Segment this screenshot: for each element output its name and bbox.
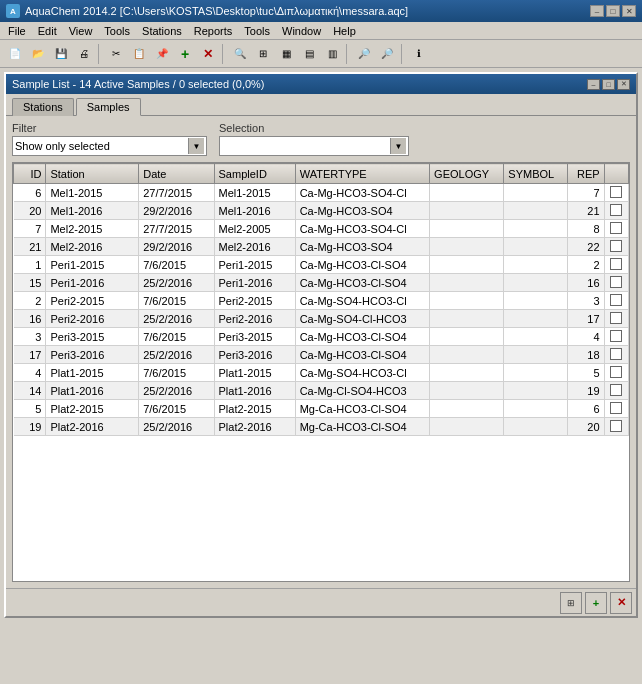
cell-rep: 16 bbox=[567, 274, 604, 292]
table-row[interactable]: 14Plat1-201625/2/2016Plat1-2016Ca-Mg-Cl-… bbox=[14, 382, 629, 400]
close-window-button[interactable]: ✕ bbox=[610, 592, 632, 614]
table-row[interactable]: 15Peri1-201625/2/2016Peri1-2016Ca-Mg-HCO… bbox=[14, 274, 629, 292]
cut-button[interactable]: ✂ bbox=[105, 43, 127, 65]
title-bar-text: AquaChem 2014.2 [C:\Users\KOSTAS\Desktop… bbox=[25, 5, 590, 17]
close-button[interactable]: ✕ bbox=[622, 5, 636, 17]
cell-id: 19 bbox=[14, 418, 46, 436]
table-row[interactable]: 1Peri1-20157/6/2015Peri1-2015Ca-Mg-HCO3-… bbox=[14, 256, 629, 274]
filter-dropdown[interactable]: Show only selected ▼ bbox=[12, 136, 207, 156]
title-bar-controls: – □ ✕ bbox=[590, 5, 636, 17]
add-record-button[interactable]: + bbox=[585, 592, 607, 614]
table-row[interactable]: 2Peri2-20157/6/2015Peri2-2015Ca-Mg-SO4-H… bbox=[14, 292, 629, 310]
cell-id: 17 bbox=[14, 346, 46, 364]
copy-button[interactable]: 📋 bbox=[128, 43, 150, 65]
table-row[interactable]: 7Mel2-201527/7/2015Mel2-2005Ca-Mg-HCO3-S… bbox=[14, 220, 629, 238]
find-btn[interactable]: 🔎 bbox=[353, 43, 375, 65]
new-button[interactable]: 📄 bbox=[4, 43, 26, 65]
col-header-sampleid: SampleID bbox=[214, 164, 295, 184]
selection-arrow[interactable]: ▼ bbox=[390, 138, 406, 154]
data-table: ID Station Date SampleID WATERTYPE GEOLO… bbox=[13, 163, 629, 436]
tab-samples[interactable]: Samples bbox=[76, 98, 141, 116]
table-row[interactable]: 20Mel1-201629/2/2016Mel1-2016Ca-Mg-HCO3-… bbox=[14, 202, 629, 220]
row-checkbox[interactable] bbox=[604, 256, 628, 274]
table-btn4[interactable]: ▥ bbox=[321, 43, 343, 65]
table-row[interactable]: 17Peri3-201625/2/2016Peri3-2016Ca-Mg-HCO… bbox=[14, 346, 629, 364]
row-checkbox[interactable] bbox=[604, 400, 628, 418]
selection-group: Selection ▼ bbox=[219, 122, 409, 156]
cell-id: 21 bbox=[14, 238, 46, 256]
cell-station: Plat1-2016 bbox=[46, 382, 139, 400]
menu-stations[interactable]: Stations bbox=[136, 22, 188, 39]
delete-button[interactable]: ✕ bbox=[197, 43, 219, 65]
row-checkbox[interactable] bbox=[604, 238, 628, 256]
paste-button[interactable]: 📌 bbox=[151, 43, 173, 65]
row-checkbox[interactable] bbox=[604, 382, 628, 400]
filter-group: Filter Show only selected ▼ bbox=[12, 122, 207, 156]
table-row[interactable]: 5Plat2-20157/6/2015Plat2-2015Mg-Ca-HCO3-… bbox=[14, 400, 629, 418]
menu-reports[interactable]: Reports bbox=[188, 22, 239, 39]
row-checkbox[interactable] bbox=[604, 310, 628, 328]
print-button[interactable]: 🖨 bbox=[73, 43, 95, 65]
row-checkbox[interactable] bbox=[604, 184, 628, 202]
cell-rep: 17 bbox=[567, 310, 604, 328]
table-row[interactable]: 6Mel1-201527/7/2015Mel1-2015Ca-Mg-HCO3-S… bbox=[14, 184, 629, 202]
row-checkbox[interactable] bbox=[604, 418, 628, 436]
cell-id: 15 bbox=[14, 274, 46, 292]
cell-watertype: Ca-Mg-SO4-Cl-HCO3 bbox=[295, 310, 429, 328]
save-button[interactable]: 💾 bbox=[50, 43, 72, 65]
cell-id: 16 bbox=[14, 310, 46, 328]
row-checkbox[interactable] bbox=[604, 364, 628, 382]
cell-symbol bbox=[504, 418, 568, 436]
table-row[interactable]: 3Peri3-20157/6/2015Peri3-2015Ca-Mg-HCO3-… bbox=[14, 328, 629, 346]
cell-geology bbox=[430, 400, 504, 418]
open-button[interactable]: 📂 bbox=[27, 43, 49, 65]
cell-station: Peri3-2015 bbox=[46, 328, 139, 346]
cell-id: 1 bbox=[14, 256, 46, 274]
table-btn3[interactable]: ▤ bbox=[298, 43, 320, 65]
minimize-button[interactable]: – bbox=[590, 5, 604, 17]
cell-sampleid: Peri1-2016 bbox=[214, 274, 295, 292]
filter-arrow[interactable]: ▼ bbox=[188, 138, 204, 154]
row-checkbox[interactable] bbox=[604, 220, 628, 238]
cell-date: 7/6/2015 bbox=[139, 328, 214, 346]
table-row[interactable]: 21Mel2-201629/2/2016Mel2-2016Ca-Mg-HCO3-… bbox=[14, 238, 629, 256]
row-checkbox[interactable] bbox=[604, 328, 628, 346]
maximize-button[interactable]: □ bbox=[606, 5, 620, 17]
row-checkbox[interactable] bbox=[604, 346, 628, 364]
cell-station: Mel2-2016 bbox=[46, 238, 139, 256]
cell-geology bbox=[430, 328, 504, 346]
menu-view[interactable]: View bbox=[63, 22, 99, 39]
menu-file[interactable]: File bbox=[2, 22, 32, 39]
menu-tools2[interactable]: Tools bbox=[238, 22, 276, 39]
menu-tools[interactable]: Tools bbox=[98, 22, 136, 39]
info-btn[interactable]: ℹ bbox=[408, 43, 430, 65]
cell-watertype: Ca-Mg-HCO3-Cl-SO4 bbox=[295, 346, 429, 364]
cell-date: 25/2/2016 bbox=[139, 382, 214, 400]
grid-view-button[interactable]: ⊞ bbox=[560, 592, 582, 614]
row-checkbox[interactable] bbox=[604, 292, 628, 310]
table-btn[interactable]: ⊞ bbox=[252, 43, 274, 65]
row-checkbox[interactable] bbox=[604, 274, 628, 292]
menu-window[interactable]: Window bbox=[276, 22, 327, 39]
search-button[interactable]: 🔍 bbox=[229, 43, 251, 65]
app-icon: A bbox=[6, 4, 20, 18]
table-row[interactable]: 19Plat2-201625/2/2016Plat2-2016Mg-Ca-HCO… bbox=[14, 418, 629, 436]
tab-stations[interactable]: Stations bbox=[12, 98, 74, 116]
menu-help[interactable]: Help bbox=[327, 22, 362, 39]
cell-station: Peri1-2016 bbox=[46, 274, 139, 292]
window-close[interactable]: ✕ bbox=[617, 79, 630, 90]
table-row[interactable]: 4Plat1-20157/6/2015Plat1-2015Ca-Mg-SO4-H… bbox=[14, 364, 629, 382]
menu-edit[interactable]: Edit bbox=[32, 22, 63, 39]
add-button[interactable]: + bbox=[174, 43, 196, 65]
find-btn2[interactable]: 🔎 bbox=[376, 43, 398, 65]
row-checkbox[interactable] bbox=[604, 202, 628, 220]
window-maximize[interactable]: □ bbox=[602, 79, 615, 90]
table-btn2[interactable]: ▦ bbox=[275, 43, 297, 65]
table-row[interactable]: 16Peri2-201625/2/2016Peri2-2016Ca-Mg-SO4… bbox=[14, 310, 629, 328]
cell-watertype: Mg-Ca-HCO3-Cl-SO4 bbox=[295, 418, 429, 436]
window-minimize[interactable]: – bbox=[587, 79, 600, 90]
selection-dropdown[interactable]: ▼ bbox=[219, 136, 409, 156]
cell-sampleid: Peri3-2015 bbox=[214, 328, 295, 346]
cell-geology bbox=[430, 364, 504, 382]
cell-sampleid: Peri2-2015 bbox=[214, 292, 295, 310]
